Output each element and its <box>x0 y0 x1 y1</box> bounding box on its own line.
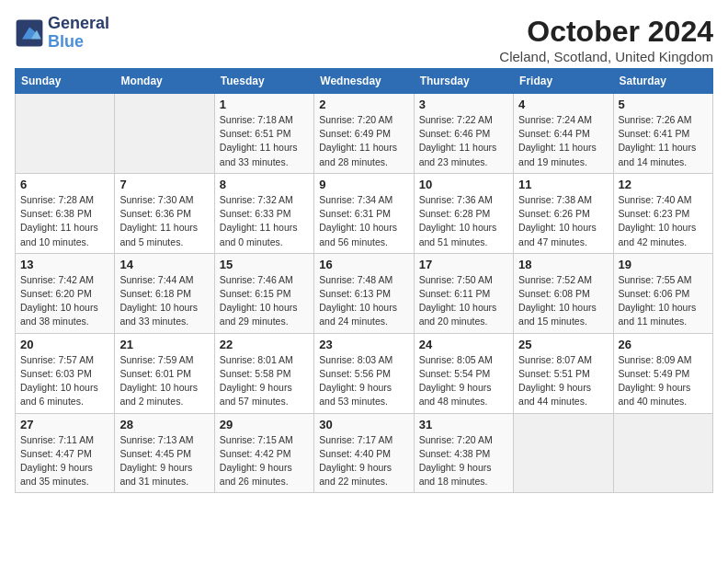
calendar-cell: 18Sunrise: 7:52 AM Sunset: 6:08 PM Dayli… <box>514 253 613 333</box>
title-area: October 2024 Cleland, Scotland, United K… <box>499 15 713 64</box>
logo-line2: Blue <box>48 32 84 51</box>
day-number: 3 <box>419 98 508 111</box>
calendar-cell: 8Sunrise: 7:32 AM Sunset: 6:33 PM Daylig… <box>214 173 313 253</box>
day-number: 12 <box>619 178 708 191</box>
day-number: 15 <box>220 258 309 271</box>
col-sunday: Sunday <box>16 69 115 94</box>
calendar-cell <box>613 413 712 493</box>
day-detail: Sunrise: 7:55 AM Sunset: 6:06 PM Dayligh… <box>619 273 708 329</box>
day-number: 13 <box>20 258 109 271</box>
calendar-cell: 30Sunrise: 7:17 AM Sunset: 4:40 PM Dayli… <box>314 413 414 493</box>
day-number: 6 <box>20 178 109 191</box>
calendar-table: Sunday Monday Tuesday Wednesday Thursday… <box>15 68 713 493</box>
day-detail: Sunrise: 7:46 AM Sunset: 6:15 PM Dayligh… <box>220 273 309 329</box>
day-detail: Sunrise: 7:48 AM Sunset: 6:13 PM Dayligh… <box>319 273 408 329</box>
logo-text: General Blue <box>48 15 109 52</box>
calendar-cell: 31Sunrise: 7:20 AM Sunset: 4:38 PM Dayli… <box>414 413 513 493</box>
day-number: 31 <box>419 418 508 431</box>
day-number: 24 <box>419 338 508 351</box>
calendar-subtitle: Cleland, Scotland, United Kingdom <box>499 49 713 64</box>
day-number: 28 <box>119 418 209 431</box>
day-detail: Sunrise: 7:18 AM Sunset: 6:51 PM Dayligh… <box>220 113 309 169</box>
calendar-cell: 10Sunrise: 7:36 AM Sunset: 6:28 PM Dayli… <box>414 173 513 253</box>
calendar-week-row: 13Sunrise: 7:42 AM Sunset: 6:20 PM Dayli… <box>16 253 713 333</box>
day-detail: Sunrise: 7:20 AM Sunset: 4:38 PM Dayligh… <box>419 433 508 489</box>
day-detail: Sunrise: 7:22 AM Sunset: 6:46 PM Dayligh… <box>419 113 508 169</box>
calendar-cell: 20Sunrise: 7:57 AM Sunset: 6:03 PM Dayli… <box>16 333 115 413</box>
calendar-cell: 15Sunrise: 7:46 AM Sunset: 6:15 PM Dayli… <box>214 253 313 333</box>
day-detail: Sunrise: 7:32 AM Sunset: 6:33 PM Dayligh… <box>220 193 309 249</box>
calendar-cell: 12Sunrise: 7:40 AM Sunset: 6:23 PM Dayli… <box>613 173 712 253</box>
day-number: 2 <box>319 98 408 111</box>
calendar-cell: 21Sunrise: 7:59 AM Sunset: 6:01 PM Dayli… <box>115 333 214 413</box>
col-monday: Monday <box>115 69 214 94</box>
day-number: 17 <box>419 258 508 271</box>
logo-icon <box>15 18 44 48</box>
day-number: 7 <box>119 178 209 191</box>
day-detail: Sunrise: 7:44 AM Sunset: 6:18 PM Dayligh… <box>119 273 209 329</box>
logo-line1: General <box>48 15 109 33</box>
day-detail: Sunrise: 8:03 AM Sunset: 5:56 PM Dayligh… <box>319 353 408 409</box>
calendar-cell: 29Sunrise: 7:15 AM Sunset: 4:42 PM Dayli… <box>214 413 313 493</box>
calendar-cell: 14Sunrise: 7:44 AM Sunset: 6:18 PM Dayli… <box>115 253 214 333</box>
day-detail: Sunrise: 8:05 AM Sunset: 5:54 PM Dayligh… <box>419 353 508 409</box>
calendar-cell: 3Sunrise: 7:22 AM Sunset: 6:46 PM Daylig… <box>414 94 513 174</box>
day-number: 8 <box>220 178 309 191</box>
day-detail: Sunrise: 7:26 AM Sunset: 6:41 PM Dayligh… <box>619 113 708 169</box>
day-detail: Sunrise: 7:50 AM Sunset: 6:11 PM Dayligh… <box>419 273 508 329</box>
calendar-week-row: 27Sunrise: 7:11 AM Sunset: 4:47 PM Dayli… <box>16 413 713 493</box>
day-detail: Sunrise: 7:36 AM Sunset: 6:28 PM Dayligh… <box>419 193 508 249</box>
day-number: 22 <box>220 338 309 351</box>
calendar-cell: 2Sunrise: 7:20 AM Sunset: 6:49 PM Daylig… <box>314 94 414 174</box>
day-detail: Sunrise: 7:57 AM Sunset: 6:03 PM Dayligh… <box>20 353 109 409</box>
day-detail: Sunrise: 8:07 AM Sunset: 5:51 PM Dayligh… <box>518 353 608 409</box>
calendar-title: October 2024 <box>499 15 713 49</box>
day-number: 26 <box>619 338 708 351</box>
calendar-cell <box>514 413 613 493</box>
day-number: 9 <box>319 178 408 191</box>
day-detail: Sunrise: 7:42 AM Sunset: 6:20 PM Dayligh… <box>20 273 109 329</box>
day-detail: Sunrise: 7:34 AM Sunset: 6:31 PM Dayligh… <box>319 193 408 249</box>
day-detail: Sunrise: 7:11 AM Sunset: 4:47 PM Dayligh… <box>20 433 109 489</box>
calendar-cell: 23Sunrise: 8:03 AM Sunset: 5:56 PM Dayli… <box>314 333 414 413</box>
calendar-cell: 7Sunrise: 7:30 AM Sunset: 6:36 PM Daylig… <box>115 173 214 253</box>
day-detail: Sunrise: 7:52 AM Sunset: 6:08 PM Dayligh… <box>518 273 608 329</box>
day-detail: Sunrise: 7:59 AM Sunset: 6:01 PM Dayligh… <box>119 353 209 409</box>
day-number: 1 <box>220 98 309 111</box>
day-detail: Sunrise: 7:17 AM Sunset: 4:40 PM Dayligh… <box>319 433 408 489</box>
day-detail: Sunrise: 8:01 AM Sunset: 5:58 PM Dayligh… <box>220 353 309 409</box>
day-detail: Sunrise: 7:20 AM Sunset: 6:49 PM Dayligh… <box>319 113 408 169</box>
day-detail: Sunrise: 7:15 AM Sunset: 4:42 PM Dayligh… <box>220 433 309 489</box>
day-detail: Sunrise: 8:09 AM Sunset: 5:49 PM Dayligh… <box>619 353 708 409</box>
calendar-cell: 6Sunrise: 7:28 AM Sunset: 6:38 PM Daylig… <box>16 173 115 253</box>
header-row: Sunday Monday Tuesday Wednesday Thursday… <box>16 69 713 94</box>
day-detail: Sunrise: 7:28 AM Sunset: 6:38 PM Dayligh… <box>20 193 109 249</box>
calendar-cell: 27Sunrise: 7:11 AM Sunset: 4:47 PM Dayli… <box>16 413 115 493</box>
calendar-cell: 16Sunrise: 7:48 AM Sunset: 6:13 PM Dayli… <box>314 253 414 333</box>
calendar-cell: 28Sunrise: 7:13 AM Sunset: 4:45 PM Dayli… <box>115 413 214 493</box>
day-number: 23 <box>319 338 408 351</box>
calendar-week-row: 1Sunrise: 7:18 AM Sunset: 6:51 PM Daylig… <box>16 94 713 174</box>
day-detail: Sunrise: 7:13 AM Sunset: 4:45 PM Dayligh… <box>119 433 209 489</box>
calendar-cell: 22Sunrise: 8:01 AM Sunset: 5:58 PM Dayli… <box>214 333 313 413</box>
day-number: 30 <box>319 418 408 431</box>
day-detail: Sunrise: 7:38 AM Sunset: 6:26 PM Dayligh… <box>518 193 608 249</box>
calendar-cell: 17Sunrise: 7:50 AM Sunset: 6:11 PM Dayli… <box>414 253 513 333</box>
col-friday: Friday <box>514 69 613 94</box>
day-number: 25 <box>518 338 608 351</box>
calendar-cell <box>115 94 214 174</box>
col-tuesday: Tuesday <box>214 69 313 94</box>
day-number: 18 <box>518 258 608 271</box>
day-number: 10 <box>419 178 508 191</box>
day-number: 19 <box>619 258 708 271</box>
day-detail: Sunrise: 7:30 AM Sunset: 6:36 PM Dayligh… <box>119 193 209 249</box>
day-number: 11 <box>518 178 608 191</box>
col-thursday: Thursday <box>414 69 513 94</box>
logo: General Blue <box>15 15 109 52</box>
calendar-cell: 11Sunrise: 7:38 AM Sunset: 6:26 PM Dayli… <box>514 173 613 253</box>
page-header: General Blue October 2024 Cleland, Scotl… <box>15 15 713 64</box>
calendar-cell: 24Sunrise: 8:05 AM Sunset: 5:54 PM Dayli… <box>414 333 513 413</box>
calendar-cell: 9Sunrise: 7:34 AM Sunset: 6:31 PM Daylig… <box>314 173 414 253</box>
day-detail: Sunrise: 7:40 AM Sunset: 6:23 PM Dayligh… <box>619 193 708 249</box>
day-number: 29 <box>220 418 309 431</box>
